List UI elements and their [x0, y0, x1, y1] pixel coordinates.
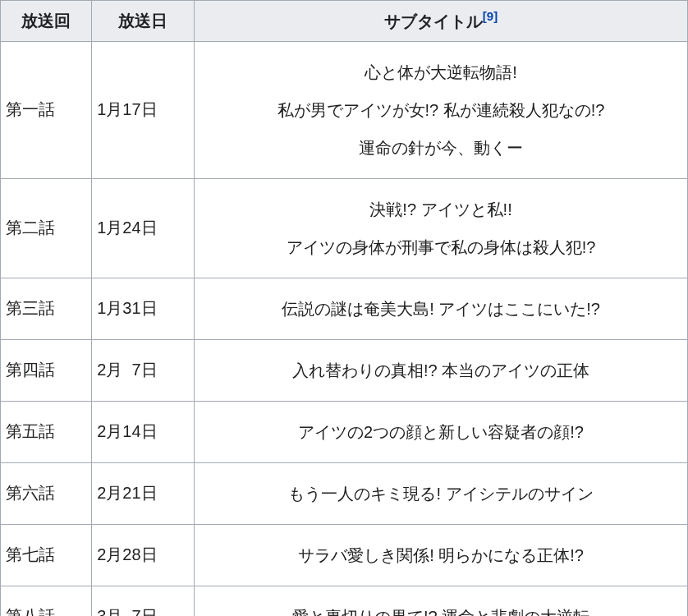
cell-subtitle: 愛と裏切りの果て!? 運命と悲劇の大逆転 [195, 586, 688, 616]
cell-episode: 第一話 [1, 41, 92, 178]
cell-episode: 第八話 [1, 586, 92, 616]
cell-date: 2月21日 [92, 462, 195, 524]
reference-link[interactable]: [9] [483, 9, 498, 23]
cell-date: 1月17日 [92, 41, 195, 178]
cell-episode: 第三話 [1, 278, 92, 339]
table-row: 第三話1月31日伝説の謎は奄美大島! アイツはここにいた!? [1, 278, 688, 339]
table-row: 第二話1月24日決戦!? アイツと私!!アイツの身体が刑事で私の身体は殺人犯!? [1, 178, 688, 278]
table-row: 第八話3月 7日愛と裏切りの果て!? 運命と悲劇の大逆転 [1, 586, 688, 616]
table-row: 第四話2月 7日入れ替わりの真相!? 本当のアイツの正体 [1, 339, 688, 401]
reference-superscript: [9] [483, 9, 498, 23]
table-row: 第六話2月21日もう一人のキミ現る! アイシテルのサイン [1, 462, 688, 524]
table-header-row: 放送回 放送日 サブタイトル[9] [1, 1, 688, 42]
header-subtitle: サブタイトル[9] [195, 1, 688, 42]
table-body: 第一話1月17日心と体が大逆転物語!私が男でアイツが女!? 私が連続殺人犯なの!… [1, 41, 688, 616]
cell-date: 2月28日 [92, 524, 195, 586]
cell-date: 1月24日 [92, 178, 195, 278]
cell-subtitle: アイツの2つの顔と新しい容疑者の顔!? [195, 401, 688, 462]
cell-subtitle: もう一人のキミ現る! アイシテルのサイン [195, 462, 688, 524]
episode-table: 放送回 放送日 サブタイトル[9] 第一話1月17日心と体が大逆転物語!私が男で… [0, 0, 688, 616]
cell-subtitle: 入れ替わりの真相!? 本当のアイツの正体 [195, 339, 688, 401]
cell-episode: 第六話 [1, 462, 92, 524]
cell-subtitle: サラバ愛しき関係! 明らかになる正体!? [195, 524, 688, 586]
cell-date: 2月14日 [92, 401, 195, 462]
cell-episode: 第二話 [1, 178, 92, 278]
cell-episode: 第五話 [1, 401, 92, 462]
table-row: 第七話2月28日サラバ愛しき関係! 明らかになる正体!? [1, 524, 688, 586]
table-row: 第五話2月14日アイツの2つの顔と新しい容疑者の顔!? [1, 401, 688, 462]
cell-subtitle: 伝説の謎は奄美大島! アイツはここにいた!? [195, 278, 688, 339]
header-episode: 放送回 [1, 1, 92, 42]
cell-date: 3月 7日 [92, 586, 195, 616]
cell-episode: 第七話 [1, 524, 92, 586]
cell-date: 2月 7日 [92, 339, 195, 401]
cell-episode: 第四話 [1, 339, 92, 401]
header-date: 放送日 [92, 1, 195, 42]
table-row: 第一話1月17日心と体が大逆転物語!私が男でアイツが女!? 私が連続殺人犯なの!… [1, 41, 688, 178]
cell-subtitle: 決戦!? アイツと私!!アイツの身体が刑事で私の身体は殺人犯!? [195, 178, 688, 278]
header-subtitle-label: サブタイトル [384, 12, 483, 30]
cell-subtitle: 心と体が大逆転物語!私が男でアイツが女!? 私が連続殺人犯なの!?運命の針が今、… [195, 41, 688, 178]
cell-date: 1月31日 [92, 278, 195, 339]
